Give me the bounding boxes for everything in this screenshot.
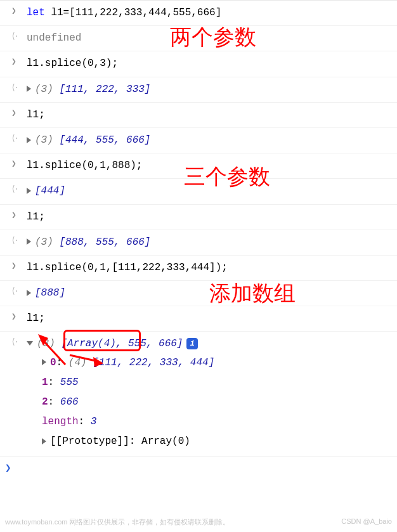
prop-key: 1 (42, 377, 48, 388)
console-output-row: (3) [444, 555, 666] (0, 128, 397, 153)
expand-icon[interactable] (27, 238, 31, 245)
console-input-row: let l1=[111,222,333,444,555,666] (0, 1, 397, 26)
nested-properties: 0: (4) [111, 222, 333, 444] 1: 555 2: 66… (27, 353, 392, 452)
array-count: (3) (37, 338, 55, 349)
info-icon[interactable]: i (186, 338, 198, 349)
watermark-right: CSDN @A_baio (341, 517, 392, 527)
code-line[interactable]: l1; (23, 310, 392, 327)
code-line[interactable]: l1.splice(0,1,888); (23, 157, 392, 174)
array-values: [111, 222, 333] (53, 84, 151, 95)
code-line[interactable]: l1; (23, 209, 392, 226)
code-line[interactable]: l1.splice(0,1,[111,222,333,444]); (23, 259, 392, 276)
array-output[interactable]: [888] (23, 285, 392, 302)
console-output-row: (3) [111, 222, 333] (0, 77, 397, 103)
console-output-expanded: (3) [Array(4), 555, 666]i 0: (4) [111, 2… (0, 332, 397, 456)
output-marker (5, 30, 23, 41)
colon: : (79, 416, 91, 427)
prop-key: 2 (42, 396, 48, 408)
prop-value: 555 (60, 377, 79, 388)
prop-key: length (42, 416, 79, 427)
colon: : (48, 377, 60, 388)
colon: : (56, 357, 68, 368)
console-output-row: (3) [888, 555, 666] (0, 230, 397, 256)
output-marker (5, 335, 23, 347)
array-summary: [Array(4), 555, 666] (55, 338, 183, 349)
input-marker (5, 209, 23, 220)
console-input-row: l1; (0, 205, 397, 230)
collapse-icon[interactable] (27, 341, 33, 346)
console-input-row: l1; (0, 103, 397, 128)
code-line[interactable]: let l1=[111,222,333,444,555,666] (23, 4, 392, 22)
output-marker (5, 81, 23, 93)
expand-icon[interactable] (27, 137, 31, 143)
console-input-row: l1.splice(0,3); (0, 51, 397, 77)
output-marker (5, 285, 23, 296)
console-output-row: [888] (0, 281, 397, 306)
property-row: length: 3 (42, 412, 392, 432)
keyword-let: let (27, 7, 45, 18)
array-values: [888, 555, 666] (53, 237, 151, 248)
expanded-header[interactable]: (3) [Array(4), 555, 666]i (27, 335, 392, 353)
property-row: 1: 555 (42, 373, 392, 393)
expanded-array: (3) [Array(4), 555, 666]i 0: (4) [111, 2… (23, 335, 392, 451)
code-line[interactable]: l1; (23, 107, 392, 124)
prop-value: 666 (60, 396, 79, 408)
array-count: (3) (35, 134, 53, 146)
watermark: www.toymoban.com 网络图片仅供展示，非存储，如有侵权请联系删除。… (5, 517, 392, 527)
input-marker (5, 4, 23, 16)
prototype-value: : Array(0) (129, 436, 190, 447)
nested-values: [111, 222, 333, 444] (87, 357, 215, 368)
console-prompt[interactable]: ❯ (0, 457, 397, 479)
expand-icon[interactable] (27, 188, 31, 194)
array-values: [444, 555, 666] (53, 134, 151, 146)
expand-icon[interactable] (27, 290, 31, 296)
code-line[interactable]: l1.splice(0,3); (23, 55, 392, 72)
console-output-row: undefined (0, 26, 397, 51)
prompt-marker: ❯ (5, 463, 11, 474)
array-values: [888] (35, 287, 65, 299)
property-row[interactable]: [[Prototype]]: Array(0) (42, 432, 392, 451)
output-marker (5, 132, 23, 143)
array-output[interactable]: [444] (23, 183, 392, 200)
console-input-row: l1; (0, 306, 397, 332)
array-output[interactable]: (3) [888, 555, 666] (23, 234, 392, 251)
expand-icon[interactable] (42, 438, 46, 444)
output-marker (5, 234, 23, 245)
expand-icon[interactable] (42, 359, 46, 365)
array-count: (3) (35, 84, 53, 95)
colon: : (48, 396, 60, 408)
array-output[interactable]: (3) [444, 555, 666] (23, 132, 392, 149)
input-marker (5, 157, 23, 169)
console-output-row: [444] (0, 179, 397, 204)
input-marker (5, 310, 23, 321)
property-row[interactable]: 0: (4) [111, 222, 333, 444] (42, 353, 392, 373)
prototype-label: [[Prototype]] (50, 436, 129, 447)
console-input-row: l1.splice(0,1,888); (0, 153, 397, 179)
array-output[interactable]: (3) [111, 222, 333] (23, 81, 392, 98)
nested-count: (4) (68, 357, 87, 368)
undefined-output: undefined (23, 30, 392, 47)
input-marker (5, 259, 23, 271)
expand-icon[interactable] (27, 86, 31, 92)
prop-key: 0 (50, 357, 56, 368)
console-panel: let l1=[111,222,333,444,555,666] undefin… (0, 0, 397, 479)
watermark-left: www.toymoban.com 网络图片仅供展示，非存储，如有侵权请联系删除。 (5, 517, 230, 527)
property-row: 2: 666 (42, 393, 392, 412)
input-marker (5, 55, 23, 67)
array-count: (3) (35, 237, 53, 248)
array-values: [444] (35, 185, 65, 197)
output-marker (5, 183, 23, 194)
input-marker (5, 107, 23, 118)
prop-value: 3 (91, 416, 97, 427)
console-input-row: l1.splice(0,1,[111,222,333,444]); (0, 256, 397, 281)
code-text: l1=[111,222,333,444,555,666] (45, 7, 221, 18)
